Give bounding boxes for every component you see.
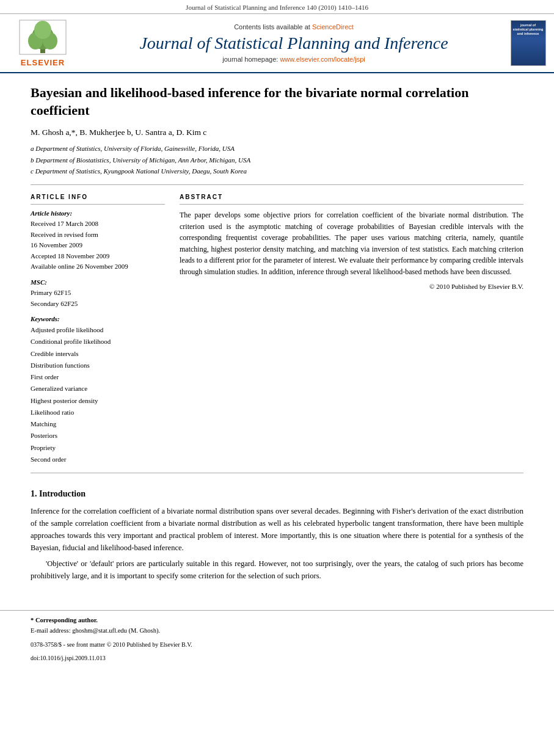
elsevier-tree-icon [18,19,67,56]
keyword-0: Adjusted profile likelihood [31,324,165,336]
affiliation-a: a Department of Statistics, University o… [31,144,523,154]
homepage-line: journal homepage: www.elsevier.com/locat… [222,56,365,63]
thumb-title: journal of statistical planning and infe… [513,23,544,36]
keywords-section: Keywords: Adjusted profile likelihood Co… [31,315,165,465]
page-footer: * Corresponding author. E-mail address: … [0,610,554,663]
email-label: E-mail address: [31,627,71,634]
footnote-email: E-mail address: ghoshm@stat.ufl.edu (M. … [31,626,523,636]
history-item-3: Accepted 18 November 2009 [31,251,165,262]
abstract-text: The paper develops some objective priors… [180,209,523,278]
header-divider [31,184,523,185]
top-citation: Journal of Statistical Planning and Infe… [0,0,554,14]
keyword-1: Conditional profile likelihood [31,336,165,347]
abstract-column: ABSTRACT The paper develops some objecti… [180,194,523,465]
homepage-link[interactable]: www.elsevier.com/locate/jspi [280,56,365,63]
affiliations: a Department of Statistics, University o… [31,144,523,177]
journal-header: ELSEVIER Contents lists available at Sci… [0,14,554,73]
keywords-label: Keywords: [31,315,165,322]
keyword-5: Generalized variance [31,383,165,394]
keyword-11: Second order [31,454,165,465]
keyword-6: Highest posterior density [31,395,165,407]
keyword-4: First order [31,371,165,383]
svg-point-4 [34,21,51,39]
main-content: Bayesian and likelihood-based inference … [0,73,554,594]
keyword-7: Likelihood ratio [31,407,165,418]
article-title: Bayesian and likelihood-based inference … [31,84,523,119]
history-item-2: 16 November 2009 [31,240,165,251]
msc-items: Primary 62F15 Secondary 62F25 [31,288,165,309]
abstract-label: ABSTRACT [180,194,523,200]
journal-thumb-box: journal of statistical planning and infe… [511,20,546,66]
history-items: Received 17 March 2008 Received in revis… [31,219,165,272]
intro-paragraph-2: 'Objective' or 'default' priors are part… [31,558,523,582]
keywords-list: Adjusted profile likelihood Conditional … [31,324,165,465]
journal-header-center: Contents lists available at ScienceDirec… [86,19,502,67]
keyword-8: Matching [31,418,165,430]
msc-section: MSC: Primary 62F15 Secondary 62F25 [31,278,165,309]
article-body-columns: ARTICLE INFO Article history: Received 1… [31,194,523,465]
sciencedirect-line: Contents lists available at ScienceDirec… [234,23,354,31]
authors: M. Ghosh a,*, B. Mukherjee b, U. Santra … [31,128,523,137]
abstract-divider [180,204,523,205]
journal-logo-area: ELSEVIER [6,19,79,67]
history-item-4: Available online 26 November 2009 [31,261,165,272]
elsevier-wordmark: ELSEVIER [21,58,65,67]
footer-issn: 0378-3758/$ - see front matter © 2010 Pu… [31,640,523,650]
corresponding-label: * Corresponding author. [31,617,98,623]
msc-primary: Primary 62F15 [31,288,165,299]
intro-paragraph-1: Inference for the correlation coefficien… [31,505,523,554]
history-label: Article history: [31,209,165,217]
footnote-corresponding: * Corresponding author. [31,616,523,626]
keyword-3: Distribution functions [31,360,165,371]
article-info-divider [31,204,165,205]
msc-label: MSC: [31,278,165,286]
affiliation-c: c Department of Statistics, Kyungpook Na… [31,166,523,177]
journal-title-header: Journal of Statistical Planning and Infe… [139,33,448,54]
introduction-title: 1. Introduction [31,489,523,499]
msc-secondary: Secondary 62F25 [31,299,165,310]
keyword-9: Posteriors [31,430,165,442]
footer-doi: doi:10.1016/j.jspi.2009.11.013 [31,653,523,663]
email-address: ghoshm@stat.ufl.edu (M. Ghosh). [72,627,160,634]
sciencedirect-link[interactable]: ScienceDirect [312,23,354,31]
copyright-line: © 2010 Published by Elsevier B.V. [180,283,523,290]
history-item-1: Received in revised form [31,230,165,241]
keyword-2: Credible intervals [31,348,165,360]
intro-divider [31,473,523,473]
article-info-column: ARTICLE INFO Article history: Received 1… [31,194,165,465]
affiliation-b: b Department of Biostatistics, Universit… [31,155,523,166]
article-info-label: ARTICLE INFO [31,194,165,200]
history-item-0: Received 17 March 2008 [31,219,165,230]
keyword-10: Propriety [31,442,165,454]
journal-thumb: journal of statistical planning and infe… [508,19,548,67]
introduction-section: 1. Introduction Inference for the correl… [31,489,523,582]
